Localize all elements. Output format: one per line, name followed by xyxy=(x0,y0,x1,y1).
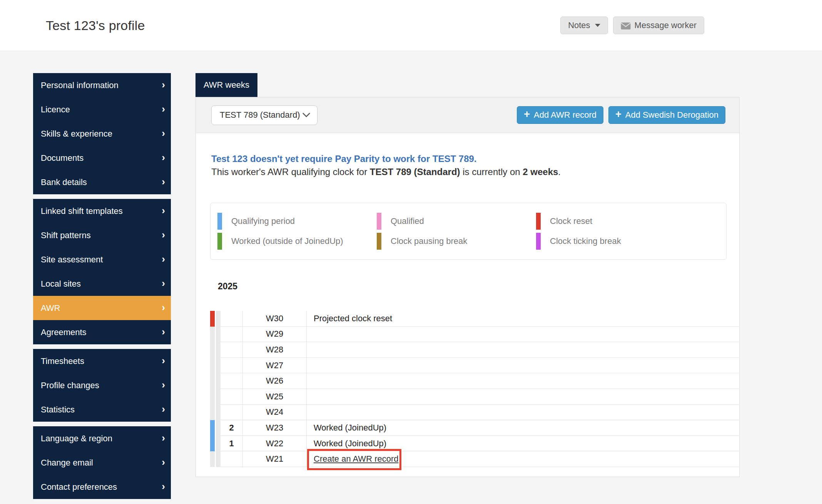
legend-swatch-icon xyxy=(536,233,541,250)
chevron-right-icon: › xyxy=(162,205,165,217)
content: Personal information›Licence›Skills & ex… xyxy=(0,51,822,504)
sidebar-item-label: Bank details xyxy=(41,177,87,187)
week-count-cell xyxy=(221,405,243,421)
week-label-cell: W28 xyxy=(243,342,307,358)
sidebar-item-skills-experience[interactable]: Skills & experience› xyxy=(33,122,171,146)
sidebar-group: Linked shift templates›Shift patterns›Si… xyxy=(33,199,171,344)
week-row-w26: W26 xyxy=(210,373,739,389)
sidebar-item-label: Timesheets xyxy=(41,356,84,366)
sidebar-item-documents[interactable]: Documents› xyxy=(33,146,171,170)
placement-select[interactable]: TEST 789 (Standard) xyxy=(211,105,317,125)
week-label-cell: W23 xyxy=(243,420,307,436)
add-swedish-derogation-button[interactable]: + Add Swedish Derogation xyxy=(608,106,725,124)
sidebar-item-awr[interactable]: AWR› xyxy=(33,296,171,320)
week-label-cell: W22 xyxy=(243,436,307,452)
week-count-cell xyxy=(221,373,243,389)
sidebar-item-site-assessment[interactable]: Site assessment› xyxy=(33,247,171,272)
add-awr-record-button[interactable]: + Add AWR record xyxy=(517,106,603,124)
message-worker-button[interactable]: Message worker xyxy=(613,17,704,34)
page: Test 123's profile Notes Message worker … xyxy=(0,0,822,504)
clock-track-strip xyxy=(216,311,221,327)
week-event-cell xyxy=(307,373,739,389)
week-label-cell: W25 xyxy=(243,389,307,405)
week-event-cell xyxy=(307,405,739,421)
sidebar-item-label: Change email xyxy=(41,458,93,468)
chevron-right-icon: › xyxy=(162,457,165,469)
week-event-cell xyxy=(307,342,739,358)
legend-label: Clock reset xyxy=(550,216,592,226)
clock-event-strip xyxy=(210,342,215,358)
sidebar: Personal information›Licence›Skills & ex… xyxy=(33,73,171,504)
legend-item-qualified: Qualified xyxy=(377,213,536,230)
envelope-icon xyxy=(621,22,631,29)
legend-label: Worked (outside of JoinedUp) xyxy=(231,236,343,246)
week-event-cell: Projected clock reset xyxy=(307,311,739,327)
sidebar-item-bank-details[interactable]: Bank details› xyxy=(33,170,171,194)
legend-swatch-icon xyxy=(217,213,222,230)
sidebar-group: Timesheets›Profile changes›Statistics› xyxy=(33,349,171,422)
plus-icon: + xyxy=(524,109,530,121)
sidebar-item-personal-information[interactable]: Personal information› xyxy=(33,73,171,97)
legend-item-clock-reset: Clock reset xyxy=(536,213,726,230)
week-event-cell: Worked (JoinedUp) xyxy=(307,436,739,452)
sidebar-item-label: Documents xyxy=(41,153,84,163)
sidebar-item-label: Personal information xyxy=(41,80,119,90)
legend-label: Qualified xyxy=(391,216,424,226)
chevron-right-icon: › xyxy=(162,254,165,265)
add-swedish-derogation-label: Add Swedish Derogation xyxy=(625,110,718,120)
chevron-right-icon: › xyxy=(162,128,165,140)
sidebar-item-label: Linked shift templates xyxy=(41,206,123,216)
chevron-right-icon: › xyxy=(162,177,165,188)
chevron-right-icon: › xyxy=(162,80,165,91)
sidebar-item-linked-shift-templates[interactable]: Linked shift templates› xyxy=(33,199,171,223)
sidebar-item-licence[interactable]: Licence› xyxy=(33,97,171,122)
week-count-cell xyxy=(221,358,243,374)
legend-swatch-icon xyxy=(536,213,541,230)
chevron-right-icon: › xyxy=(162,278,165,290)
clock-event-strip xyxy=(210,420,215,436)
tab-awr-weeks[interactable]: AWR weeks xyxy=(195,73,257,97)
sidebar-item-local-sites[interactable]: Local sites› xyxy=(33,272,171,296)
chevron-right-icon: › xyxy=(162,481,165,493)
sidebar-item-timesheets[interactable]: Timesheets› xyxy=(33,349,171,373)
sidebar-item-agreements[interactable]: Agreements› xyxy=(33,320,171,344)
sidebar-item-language-region[interactable]: Language & region› xyxy=(33,426,171,451)
awr-panel: TEST 789 (Standard) + Add AWR record + A… xyxy=(195,97,740,477)
week-label-cell: W21 xyxy=(243,451,307,467)
sidebar-item-profile-changes[interactable]: Profile changes› xyxy=(33,373,171,397)
sidebar-group: Personal information›Licence›Skills & ex… xyxy=(33,73,171,194)
sidebar-item-contact-preferences[interactable]: Contact preferences› xyxy=(33,475,171,499)
clock-track-strip xyxy=(216,451,221,467)
week-event-cell xyxy=(307,389,739,405)
panel-body: Test 123 doesn't yet require Pay Parity … xyxy=(196,133,739,467)
clock-event-strip xyxy=(210,373,215,389)
placement-select-value: TEST 789 (Standard) xyxy=(220,110,300,120)
create-awr-record-link[interactable]: Create an AWR record xyxy=(314,454,399,464)
legend-label: Qualifying period xyxy=(231,216,295,226)
clock-event-strip xyxy=(210,389,215,405)
sidebar-item-shift-patterns[interactable]: Shift patterns› xyxy=(33,223,171,247)
panel-toolbar: TEST 789 (Standard) + Add AWR record + A… xyxy=(196,97,739,133)
week-count-cell: 2 xyxy=(221,420,243,436)
notes-button[interactable]: Notes xyxy=(560,17,608,34)
legend-item-clock-ticking-break: Clock ticking break xyxy=(536,233,726,250)
chevron-right-icon: › xyxy=(162,380,165,391)
sidebar-item-change-email[interactable]: Change email› xyxy=(33,451,171,475)
sidebar-item-label: Language & region xyxy=(41,434,112,444)
add-awr-record-label: Add AWR record xyxy=(534,110,596,120)
week-label-cell: W29 xyxy=(243,327,307,342)
sidebar-item-statistics[interactable]: Statistics› xyxy=(33,397,171,422)
legend-item-qualifying-period: Qualifying period xyxy=(217,213,377,230)
chevron-right-icon: › xyxy=(162,230,165,241)
sidebar-item-label: Profile changes xyxy=(41,381,99,391)
year-heading: 2025 xyxy=(218,281,739,292)
toolbar-buttons: + Add AWR record + Add Swedish Derogatio… xyxy=(517,106,725,124)
week-label-cell: W30 xyxy=(243,311,307,327)
clock-event-strip xyxy=(210,405,215,421)
legend-swatch-icon xyxy=(217,233,222,250)
week-count-cell xyxy=(221,327,243,342)
legend-item-clock-pausing-break: Clock pausing break xyxy=(377,233,536,250)
week-event-cell xyxy=(307,327,739,342)
week-count-cell xyxy=(221,389,243,405)
sidebar-group: Language & region›Change email›Contact p… xyxy=(33,426,171,499)
